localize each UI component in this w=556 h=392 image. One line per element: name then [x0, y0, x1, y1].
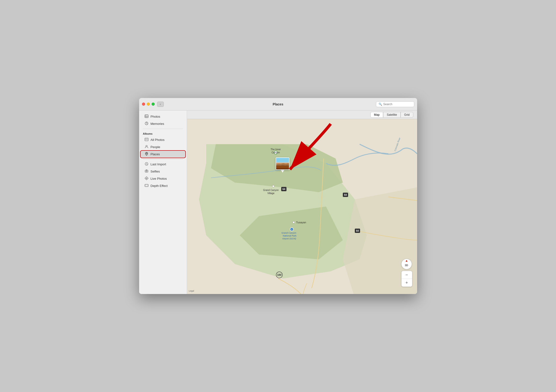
titlebar: ‹ Places 🔍	[139, 98, 417, 110]
svg-text:Canyon: Canyon	[271, 151, 280, 154]
svg-text:Grand Canyon: Grand Canyon	[263, 189, 278, 191]
sidebar-item-selfies[interactable]: Selfies	[140, 168, 185, 175]
svg-rect-9	[147, 140, 148, 140]
back-icon: ‹	[160, 102, 161, 106]
sidebar: Photos Memories Albums	[139, 110, 187, 294]
sidebar-item-last-import-label: Last Import	[151, 163, 166, 166]
svg-text:64: 64	[344, 194, 347, 196]
svg-text:Grand Canyon: Grand Canyon	[281, 231, 296, 234]
search-input[interactable]	[383, 102, 412, 106]
svg-point-14	[146, 171, 147, 172]
sidebar-item-depth-effect[interactable]: Depth Effect	[140, 182, 185, 189]
svg-point-21	[148, 178, 148, 179]
sidebar-divider-2	[143, 159, 183, 159]
svg-text:Tusayan: Tusayan	[296, 221, 306, 224]
svg-point-17	[146, 178, 147, 179]
photos-icon	[144, 114, 149, 119]
svg-rect-15	[146, 170, 147, 170]
albums-header: Albums	[139, 130, 187, 136]
sidebar-item-photos[interactable]: Photos	[140, 113, 185, 120]
zoom-in-button[interactable]: +	[402, 279, 412, 287]
app-window: ‹ Places 🔍 Photos	[139, 98, 417, 294]
map-toolbar: Map Satellite Grid	[187, 110, 417, 119]
svg-rect-4	[145, 139, 146, 139]
svg-rect-1	[145, 115, 146, 116]
last-import-icon	[144, 162, 149, 166]
photo-pin[interactable]	[276, 157, 289, 172]
window-title: Places	[273, 102, 283, 106]
depth-effect-icon	[144, 184, 149, 188]
svg-rect-58	[276, 168, 289, 170]
memories-icon	[144, 121, 149, 126]
svg-rect-23	[145, 185, 148, 186]
svg-text:The Inner: The Inner	[270, 148, 281, 151]
zoom-out-button[interactable]: −	[402, 271, 412, 279]
map-view-button[interactable]: Map	[371, 112, 383, 118]
svg-rect-0	[145, 115, 148, 118]
photo-pin-image	[276, 157, 289, 170]
close-button[interactable]	[142, 102, 145, 106]
map-container[interactable]: Colorado River The Inner Canyon Grand Ca…	[187, 119, 417, 294]
sidebar-divider-1	[143, 129, 183, 129]
svg-text:64: 64	[282, 188, 285, 190]
map-3d-button[interactable]: 3D	[401, 259, 412, 269]
main-area: Photos Memories Albums	[139, 110, 417, 294]
svg-text:Airport (GCN): Airport (GCN)	[282, 237, 296, 240]
sidebar-item-live-photos-label: Live Photos	[151, 177, 167, 180]
all-photos-icon	[144, 138, 149, 142]
svg-text:64: 64	[356, 229, 359, 232]
search-icon: 🔍	[378, 102, 382, 106]
sidebar-item-depth-effect-label: Depth Effect	[151, 184, 168, 188]
sidebar-item-last-import[interactable]: Last Import	[140, 161, 185, 168]
svg-point-19	[146, 180, 147, 180]
svg-rect-13	[145, 170, 148, 172]
sidebar-item-selfies-label: Selfies	[151, 170, 160, 173]
sidebar-item-people-label: People	[151, 145, 160, 149]
sidebar-item-live-photos[interactable]: Live Photos	[140, 175, 185, 182]
map-background: Colorado River The Inner Canyon Grand Ca…	[187, 119, 417, 294]
live-photos-icon	[144, 176, 149, 181]
svg-text:180: 180	[277, 273, 281, 276]
svg-point-33	[272, 185, 274, 187]
sidebar-item-places-label: Places	[151, 152, 160, 156]
map-3d-label: 3D	[405, 264, 408, 267]
photo-pin-triangle	[281, 170, 285, 172]
svg-rect-51	[276, 158, 289, 163]
svg-rect-8	[147, 139, 148, 139]
sidebar-item-all-photos[interactable]: All Photos	[140, 136, 185, 143]
compass-icon	[406, 260, 408, 262]
maximize-button[interactable]	[152, 102, 155, 106]
sidebar-item-all-photos-label: All Photos	[151, 138, 165, 141]
sidebar-item-places[interactable]: Places	[140, 151, 185, 158]
svg-text:National Park: National Park	[283, 234, 296, 237]
svg-rect-6	[146, 139, 147, 139]
sidebar-item-memories-label: Memories	[151, 122, 164, 125]
minimize-button[interactable]	[147, 102, 150, 106]
sidebar-item-memories[interactable]: Memories	[140, 120, 185, 127]
map-legal: Legal	[189, 290, 194, 292]
svg-rect-59	[277, 163, 281, 164]
svg-point-10	[146, 145, 147, 147]
back-button[interactable]: ‹	[157, 102, 164, 107]
svg-point-20	[145, 178, 145, 179]
map-controls: 3D − +	[401, 259, 412, 287]
svg-rect-7	[146, 140, 147, 140]
grid-view-button[interactable]: Grid	[401, 112, 413, 118]
svg-point-18	[146, 177, 147, 177]
satellite-view-button[interactable]: Satellite	[383, 112, 401, 118]
people-icon	[144, 145, 149, 149]
svg-rect-57	[276, 166, 289, 168]
search-box[interactable]: 🔍	[376, 101, 414, 107]
traffic-lights	[142, 102, 155, 106]
selfies-icon	[144, 169, 149, 174]
sidebar-item-photos-label: Photos	[151, 115, 160, 118]
svg-rect-52	[276, 162, 289, 163]
content-area: Map Satellite Grid	[187, 110, 417, 294]
map-zoom-controls: − +	[401, 271, 412, 287]
svg-rect-5	[145, 140, 146, 140]
svg-text:Village: Village	[267, 192, 274, 195]
svg-text:+: +	[291, 229, 292, 231]
svg-point-42	[293, 221, 294, 223]
svg-point-11	[146, 153, 147, 154]
sidebar-item-people[interactable]: People	[140, 143, 185, 150]
